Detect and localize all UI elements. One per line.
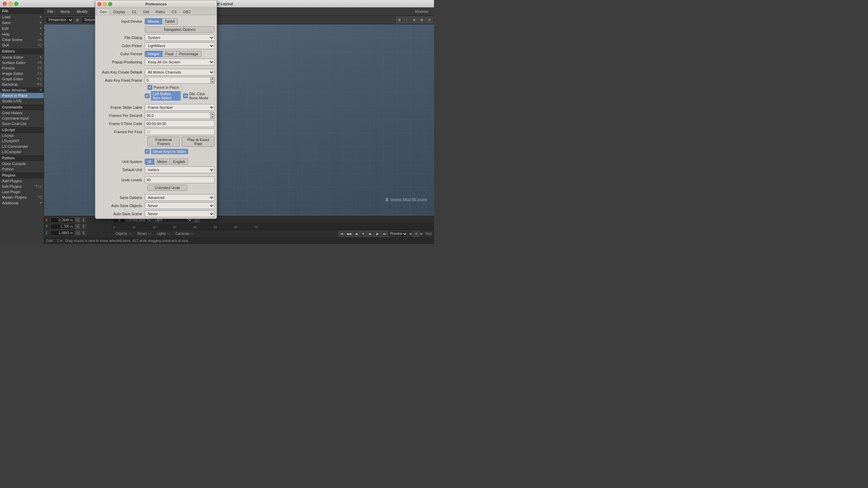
- tab-def[interactable]: Def: [140, 8, 152, 15]
- default-unit-select[interactable]: meters: [145, 166, 215, 173]
- integer-button[interactable]: Integer: [145, 51, 162, 57]
- si-button[interactable]: SI: [145, 159, 154, 165]
- sidebar-item-lscompiler[interactable]: LSCompiler: [0, 149, 44, 155]
- objects-tab[interactable]: Objects +O: [113, 231, 134, 237]
- sidebar-item-edit-plugins[interactable]: Edit Plugins ^F11: [0, 184, 44, 189]
- sidebar-item-load[interactable]: Load ▾: [0, 14, 44, 20]
- y-coord-input[interactable]: [51, 224, 74, 229]
- maximize-button[interactable]: [14, 2, 18, 6]
- sidebar-item-command-input[interactable]: Command Input: [0, 116, 44, 121]
- x-e-btn[interactable]: E: [81, 218, 87, 223]
- viewport-mode-select[interactable]: Perspective: [45, 17, 74, 23]
- arrow-up-icon[interactable]: ▲: [211, 77, 214, 80]
- left-btn-checkbox[interactable]: [145, 94, 150, 98]
- file-dialog-select[interactable]: System: [145, 34, 215, 41]
- popup-positioning-select[interactable]: Keep All On Screen: [145, 59, 215, 65]
- sidebar-item-clear-scene[interactable]: Clear Scene +N: [0, 37, 44, 42]
- cameras-tab[interactable]: Cameras +C: [173, 231, 196, 237]
- sidebar-item-presets[interactable]: Presets F8: [0, 65, 44, 71]
- float-button[interactable]: Float: [162, 51, 176, 57]
- sidebar-item-parent-in-place[interactable]: Parent in Place: [0, 93, 44, 98]
- sidebar-item-image-editor[interactable]: Image Editor F6: [0, 71, 44, 76]
- sidebar-item-lscript-rt[interactable]: LScript/RT: [0, 138, 44, 144]
- save-icon[interactable]: ↓: [403, 17, 410, 23]
- fps-input[interactable]: [145, 112, 210, 119]
- skip-to-start-button[interactable]: ⏮: [338, 231, 345, 237]
- sidebar-item-cmd-history[interactable]: Cmd History: [0, 110, 44, 116]
- sidebar-item-more-windows[interactable]: More Windows ▾: [0, 87, 44, 93]
- undo-levels-input[interactable]: [145, 177, 215, 183]
- menu-items[interactable]: File: [44, 7, 57, 15]
- play-at-exact-rate-button[interactable]: Play at Exact Rate: [182, 137, 215, 147]
- save-options-select[interactable]: Advanced: [145, 194, 215, 201]
- sidebar-item-open-console[interactable]: Open Console: [0, 161, 44, 166]
- next-frame-button[interactable]: ▶: [374, 231, 381, 237]
- tab-gen[interactable]: Gen: [97, 8, 110, 15]
- sidebar-item-last-plugin[interactable]: Last Plugin: [0, 189, 44, 195]
- fps-arrows[interactable]: ▲ ▼: [210, 112, 215, 119]
- sidebar-item-backdrop[interactable]: Backdrop ^F5: [0, 82, 44, 87]
- tab-cs[interactable]: CS: [169, 8, 180, 15]
- pref-close-button[interactable]: [97, 2, 101, 6]
- navigation-options-button[interactable]: Navigation Options: [145, 26, 215, 33]
- auto-key-fixed-arrows[interactable]: ▲ ▼: [210, 77, 215, 84]
- refresh-icon[interactable]: ↺: [426, 17, 433, 23]
- settings-icon[interactable]: ⚙: [396, 17, 403, 23]
- pref-max-button[interactable]: [108, 2, 112, 6]
- unlimited-undo-button[interactable]: Unlimited Undo: [147, 185, 187, 191]
- sidebar-item-ls-commander[interactable]: LS Commander: [0, 144, 44, 149]
- metric-button[interactable]: Metric: [154, 159, 170, 165]
- mouse-button[interactable]: Mouse: [145, 18, 162, 24]
- x-arrows-icon[interactable]: ◇: [75, 218, 80, 222]
- sidebar-item-master-plugins[interactable]: Master Plugins ^Q: [0, 195, 44, 200]
- z-e-btn[interactable]: E: [81, 230, 87, 236]
- z-arrows-icon[interactable]: ◇: [75, 230, 80, 235]
- preview-select[interactable]: Preview: [388, 231, 408, 237]
- layout-icon[interactable]: ⊞: [418, 17, 425, 23]
- tablet-button[interactable]: Tablet: [162, 18, 178, 24]
- menu-setup[interactable]: Modify: [74, 7, 92, 15]
- sidebar-item-help[interactable]: Help ▾: [0, 31, 44, 37]
- modeler-label[interactable]: Modeler: [412, 9, 431, 14]
- english-button[interactable]: English: [170, 159, 188, 165]
- sidebar-item-surface-editor[interactable]: Surface Editor F5: [0, 60, 44, 65]
- step-back-button[interactable]: ◀: [353, 231, 359, 237]
- y-arrows-icon[interactable]: ◇: [75, 224, 80, 229]
- auto-key-create-select[interactable]: All Motion Channels: [145, 69, 215, 76]
- prev-frame-button[interactable]: ◀◀: [346, 231, 352, 237]
- sidebar-item-quit[interactable]: Quit +Q: [0, 42, 44, 48]
- y-e-btn[interactable]: E: [81, 224, 87, 229]
- close-button[interactable]: [3, 2, 7, 6]
- lights-tab[interactable]: Lights +L: [155, 231, 173, 237]
- parent-in-place-checkbox[interactable]: [147, 85, 152, 90]
- fps-down-icon[interactable]: ▼: [211, 116, 214, 119]
- skip-to-end-button[interactable]: ⏭: [381, 231, 388, 237]
- color-picker-select[interactable]: LightWave: [145, 42, 215, 49]
- tab-gl[interactable]: GL: [129, 8, 140, 15]
- target-icon[interactable]: ⊕: [411, 17, 418, 23]
- tab-obj[interactable]: OBJ: [180, 8, 193, 15]
- frame-slider-select[interactable]: Frame Number: [145, 104, 215, 111]
- z-coord-input[interactable]: [51, 230, 74, 236]
- pref-min-button[interactable]: [103, 2, 107, 6]
- sidebar-item-edit[interactable]: Edit ▾: [0, 25, 44, 31]
- play-button[interactable]: ▶: [367, 231, 374, 237]
- sidebar-item-scene-editor[interactable]: Scene Editor ▾: [0, 54, 44, 60]
- sidebar-item-studio-live[interactable]: Studio LIVE: [0, 98, 44, 104]
- sidebar-item-python[interactable]: Python: [0, 166, 44, 172]
- tab-display[interactable]: Display: [110, 8, 129, 15]
- tab-paths[interactable]: Paths: [153, 8, 168, 15]
- sidebar-item-lscript[interactable]: LScript: [0, 133, 44, 138]
- fractional-frames-button[interactable]: Fractional Frames: [147, 137, 180, 147]
- x-coord-input[interactable]: [51, 218, 74, 223]
- time-code-input[interactable]: [145, 120, 215, 127]
- arrow-down-icon[interactable]: ▼: [211, 80, 214, 83]
- sidebar-item-save-cmd-list[interactable]: Save Cmd List: [0, 121, 44, 126]
- dbl-click-checkbox[interactable]: [183, 94, 188, 98]
- percentage-button[interactable]: Percentage: [177, 51, 201, 57]
- auto-save-scene-select[interactable]: Never: [145, 210, 215, 217]
- sidebar-item-additional[interactable]: Additional ▾: [0, 200, 44, 206]
- auto-key-fixed-input[interactable]: [145, 77, 210, 84]
- frames-per-foot-input[interactable]: [145, 128, 215, 135]
- sidebar-item-save[interactable]: Save ▾: [0, 20, 44, 25]
